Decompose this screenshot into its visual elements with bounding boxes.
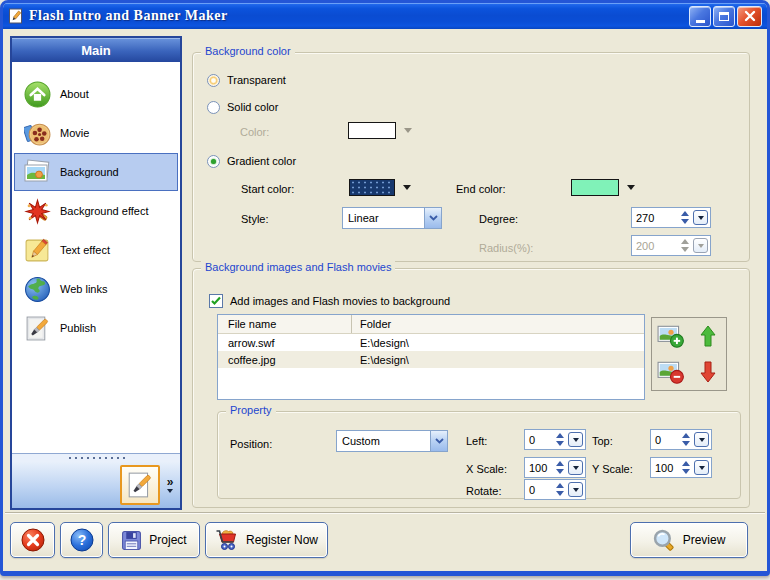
sidebar-splitter[interactable] <box>12 453 180 462</box>
start-color-dropdown-icon[interactable] <box>403 185 411 194</box>
page-brush-icon <box>126 471 154 499</box>
degree-value[interactable]: 270 <box>632 212 679 224</box>
svg-text:?: ? <box>77 532 86 548</box>
property-group: Property Position: Custom Left: 0 Top: 0 <box>217 411 741 499</box>
help-button[interactable]: ? <box>60 522 103 558</box>
left-spinner[interactable]: 0 <box>524 429 586 450</box>
transparent-label: Transparent <box>227 74 286 86</box>
position-value: Custom <box>337 435 430 447</box>
solid-color-label: Solid color <box>227 101 278 113</box>
preview-button-label: Preview <box>683 533 726 547</box>
color-label: Color: <box>240 126 269 138</box>
titlebar[interactable]: Flash Intro and Banner Maker <box>3 3 767 29</box>
sidebar-item-background-effect[interactable]: Background effect <box>14 192 178 230</box>
preview-button[interactable]: Preview <box>630 522 748 558</box>
sidebar-item-about[interactable]: About <box>14 75 178 113</box>
transparent-radio[interactable] <box>207 74 220 87</box>
spin-arrows[interactable] <box>554 433 566 446</box>
project-button[interactable]: Project <box>108 522 200 558</box>
sidebar-item-background[interactable]: Background <box>14 153 178 191</box>
sidebar-item-publish[interactable]: Publish <box>14 309 178 347</box>
add-image-icon <box>657 323 685 349</box>
column-header-file-name[interactable]: File name <box>218 315 352 333</box>
spin-down-icon <box>556 491 564 496</box>
spin-down-icon <box>681 219 689 224</box>
column-header-folder[interactable]: Folder <box>352 318 644 330</box>
rotate-spinner[interactable]: 0 <box>524 479 586 500</box>
rotate-value[interactable]: 0 <box>525 484 554 496</box>
spin-down-icon <box>682 441 690 446</box>
table-row[interactable]: arrow.swf E:\design\ <box>218 334 644 351</box>
y-scale-value[interactable]: 100 <box>651 462 680 474</box>
style-value: Linear <box>343 212 424 224</box>
add-image-button[interactable] <box>655 320 687 352</box>
end-color-dropdown-icon[interactable] <box>627 185 635 194</box>
remove-image-button[interactable] <box>655 356 687 388</box>
maximize-button[interactable] <box>713 6 735 27</box>
background-tool-button[interactable] <box>120 465 160 505</box>
combo-arrow-button[interactable] <box>430 431 447 451</box>
rotate-slider-button[interactable] <box>568 482 583 497</box>
spin-arrows[interactable] <box>680 461 692 474</box>
top-slider-button[interactable] <box>694 432 709 447</box>
top-value[interactable]: 0 <box>651 434 680 446</box>
solid-color-swatch[interactable] <box>348 122 396 139</box>
sidebar-item-label: Text effect <box>60 244 110 256</box>
end-color-swatch[interactable] <box>571 179 619 196</box>
gradient-color-label: Gradient color <box>227 155 296 167</box>
sidebar-overflow-button[interactable]: » <box>162 477 178 493</box>
spin-down-icon <box>681 247 689 252</box>
add-images-label: Add images and Flash movies to backgroun… <box>230 295 450 307</box>
spin-up-icon <box>556 483 564 488</box>
x-scale-slider-button[interactable] <box>568 460 583 475</box>
top-spinner[interactable]: 0 <box>650 429 712 450</box>
table-row[interactable]: coffee.jpg E:\design\ <box>218 351 644 368</box>
file-actions-panel <box>651 317 727 391</box>
minimize-button[interactable] <box>689 6 711 27</box>
app-window: Flash Intro and Banner Maker Main About <box>0 0 770 576</box>
sidebar-item-movie[interactable]: Movie <box>14 114 178 152</box>
move-down-button[interactable] <box>692 356 724 388</box>
y-scale-spinner[interactable]: 100 <box>650 457 712 478</box>
degree-spinner[interactable]: 270 <box>631 207 711 228</box>
arrow-down-icon <box>700 361 716 383</box>
combo-arrow-button[interactable] <box>424 208 441 228</box>
spin-arrows[interactable] <box>680 433 692 446</box>
spin-arrows[interactable] <box>554 461 566 474</box>
degree-slider-button[interactable] <box>693 210 708 225</box>
globe-icon <box>23 275 51 303</box>
sidebar-item-label: Web links <box>60 283 107 295</box>
spin-arrows[interactable] <box>554 483 566 496</box>
position-combobox[interactable]: Custom <box>336 430 448 452</box>
close-button[interactable] <box>737 6 762 27</box>
left-slider-button[interactable] <box>568 432 583 447</box>
exit-button[interactable] <box>10 522 55 558</box>
chevron-down-icon <box>429 215 438 221</box>
radius-slider-button <box>693 238 708 253</box>
files-table-header[interactable]: File name Folder <box>218 315 644 334</box>
register-now-button[interactable]: Register Now <box>205 522 328 558</box>
sidebar-item-text-effect[interactable]: Text effect <box>14 231 178 269</box>
y-scale-label: Y Scale: <box>592 463 633 475</box>
gradient-color-radio[interactable] <box>207 155 220 168</box>
chevron-down-icon <box>573 488 579 492</box>
solid-color-dropdown-icon <box>404 128 412 137</box>
spin-arrows[interactable] <box>679 211 691 224</box>
move-up-button[interactable] <box>692 320 724 352</box>
start-color-swatch[interactable] <box>349 179 395 196</box>
sidebar: Main About Movie Background <box>10 36 182 510</box>
style-combobox[interactable]: Linear <box>342 207 442 229</box>
radius-value: 200 <box>632 240 679 252</box>
sidebar-item-web-links[interactable]: Web links <box>14 270 178 308</box>
x-scale-value[interactable]: 100 <box>525 462 554 474</box>
solid-color-radio[interactable] <box>207 101 220 114</box>
remove-image-icon <box>657 359 685 385</box>
radius-label: Radius(%): <box>479 242 533 254</box>
x-scale-spinner[interactable]: 100 <box>524 457 586 478</box>
left-value[interactable]: 0 <box>525 434 554 446</box>
chevron-down-icon <box>698 244 704 248</box>
files-table[interactable]: File name Folder arrow.swf E:\design\ co… <box>217 314 645 400</box>
spin-up-icon <box>556 433 564 438</box>
y-scale-slider-button[interactable] <box>694 460 709 475</box>
add-images-checkbox[interactable] <box>209 294 223 308</box>
